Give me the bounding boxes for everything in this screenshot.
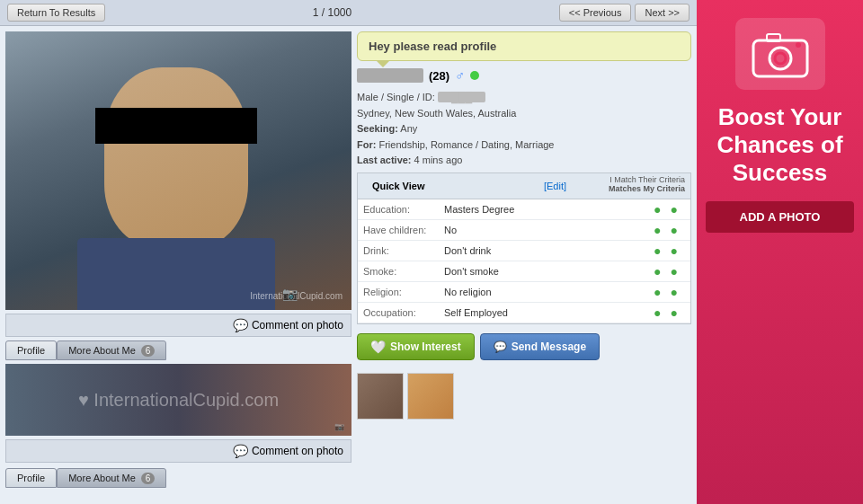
- tab-more-about-me[interactable]: More About Me 6: [57, 340, 166, 360]
- online-indicator: [470, 71, 479, 80]
- dot1: ●: [654, 202, 661, 217]
- right-panel: Hey please read profile ████ (28) ♂ Male…: [357, 31, 691, 499]
- comment-icon: 💬: [233, 318, 248, 332]
- row-label: Have children:: [358, 219, 439, 240]
- quick-view-title: Quick View: [365, 177, 538, 195]
- table-row: Education: Masters Degree ● ●: [358, 199, 690, 220]
- row-value: Don't drink: [439, 240, 604, 261]
- row-label: Occupation:: [358, 302, 439, 323]
- second-comment-icon: 💬: [233, 444, 248, 458]
- privacy-bar: [95, 108, 257, 144]
- comment-on-photo-bar[interactable]: 💬 Comment on photo: [5, 314, 351, 337]
- row-dots: ● ●: [604, 302, 690, 323]
- seeking-label: Seeking:: [357, 123, 398, 134]
- camera-svg: [749, 27, 812, 81]
- second-comment-bar[interactable]: 💬 Comment on photo: [5, 439, 351, 463]
- dot1: ●: [654, 264, 661, 279]
- svg-point-3: [796, 42, 801, 48]
- table-row: Drink: Don't drink ● ●: [358, 240, 690, 261]
- row-dots: ● ●: [604, 281, 690, 302]
- row-label: Religion:: [358, 281, 439, 302]
- row-dots: ● ●: [604, 199, 690, 220]
- dot2: ●: [671, 305, 678, 320]
- tab-badge: 6: [141, 345, 156, 357]
- quick-view-header: Quick View [Edit] I Match Their Criteria…: [358, 173, 690, 199]
- tabs-row: Profile More About Me 6: [5, 340, 351, 360]
- comment-label: Comment on photo: [252, 319, 343, 332]
- thumbnails-row: [357, 369, 691, 423]
- svg-point-2: [775, 53, 786, 64]
- row-dots: ● ●: [604, 219, 690, 240]
- dot1: ●: [654, 223, 661, 237]
- quick-view-table: Education: Masters Degree ● ● Have child…: [358, 199, 690, 323]
- thumbnail-2[interactable]: [407, 373, 454, 420]
- gender-icon: ♂: [455, 68, 465, 83]
- second-photo: ♥ InternationalCupid.com 📷: [5, 364, 351, 436]
- for-value: Friendship, Romance / Dating, Marriage: [378, 139, 554, 150]
- second-tab-badge: 6: [141, 473, 156, 484]
- second-comment-label: Comment on photo: [252, 445, 343, 457]
- pagination-info: 1 / 1000: [313, 6, 351, 19]
- row-label: Education:: [358, 199, 439, 220]
- quick-view-section: Quick View [Edit] I Match Their Criteria…: [357, 172, 691, 324]
- row-value: Masters Degree: [439, 199, 604, 220]
- send-message-button[interactable]: 💬 Send Message: [480, 333, 600, 360]
- second-tabs-row: Profile More About Me 6: [5, 468, 351, 488]
- dot2: ●: [671, 285, 678, 299]
- message-btn-icon: 💬: [494, 340, 507, 353]
- thumbnail-1[interactable]: [357, 373, 404, 420]
- logo-icon: ♥ InternationalCupid.com: [78, 390, 279, 411]
- camera-big-icon: [735, 18, 825, 90]
- dot2: ●: [671, 264, 678, 279]
- row-value: Self Employed: [439, 302, 604, 323]
- id-blurred: ███: [438, 92, 485, 102]
- tab-profile[interactable]: Profile: [5, 340, 57, 360]
- gender-single-info: Male / Single / ID:: [357, 92, 435, 102]
- criteria-col2: Matches My Criteria: [609, 184, 685, 193]
- last-active-value: 4 mins ago: [414, 155, 463, 165]
- location-info: Sydney, New South Wales, Australia: [357, 106, 691, 122]
- show-interest-button[interactable]: 🤍 Show Interest: [357, 333, 475, 360]
- row-value: Don't smoke: [439, 261, 604, 281]
- row-value: No religion: [439, 281, 604, 302]
- table-row: Smoke: Don't smoke ● ●: [358, 261, 690, 281]
- left-panel: InternationalCupid.com 📷 💬 Comment on ph…: [5, 31, 351, 499]
- seeking-value: Any: [400, 123, 417, 134]
- heart-icon: 🤍: [370, 340, 386, 354]
- table-row: Occupation: Self Employed ● ●: [358, 302, 690, 323]
- message-bubble: Hey please read profile: [357, 31, 691, 61]
- profile-photo: InternationalCupid.com 📷: [5, 31, 351, 310]
- edit-link[interactable]: [Edit]: [544, 181, 566, 191]
- row-label: Drink:: [358, 240, 439, 261]
- second-tab-more[interactable]: More About Me 6: [57, 468, 166, 488]
- action-buttons: 🤍 Show Interest 💬 Send Message: [357, 328, 691, 366]
- row-dots: ● ●: [604, 261, 690, 281]
- last-active-label: Last active:: [357, 155, 412, 165]
- content-area: InternationalCupid.com 📷 💬 Comment on ph…: [0, 26, 697, 504]
- dot1: ●: [654, 285, 661, 299]
- table-row: Religion: No religion ● ●: [358, 281, 690, 302]
- next-button[interactable]: Next >>: [635, 4, 690, 22]
- row-dots: ● ●: [604, 240, 690, 261]
- criteria-col1: I Match Their Criteria: [609, 175, 685, 184]
- second-watermark: 📷: [334, 422, 344, 431]
- camera-icon: 📷: [282, 287, 298, 301]
- user-age: (28): [429, 69, 449, 83]
- dot1: ●: [654, 305, 661, 320]
- profile-header: ████ (28) ♂: [357, 65, 691, 86]
- svg-point-1: [770, 48, 791, 69]
- add-photo-button[interactable]: ADD A PHOTO: [706, 201, 854, 233]
- row-label: Smoke:: [358, 261, 439, 281]
- dot2: ●: [671, 243, 678, 258]
- row-value: No: [439, 219, 604, 240]
- dot2: ●: [671, 202, 678, 217]
- for-label: For:: [357, 139, 376, 150]
- dot1: ●: [654, 243, 661, 258]
- return-to-results-button[interactable]: Return To Results: [7, 4, 105, 22]
- second-tab-profile[interactable]: Profile: [5, 468, 57, 488]
- username-blurred: ████: [357, 68, 423, 83]
- previous-button[interactable]: << Previous: [559, 4, 632, 22]
- boost-text: Boost Your Chances of Success: [706, 103, 854, 188]
- sidebar-ad: Boost Your Chances of Success ADD A PHOT…: [697, 0, 863, 504]
- dot2: ●: [671, 223, 678, 237]
